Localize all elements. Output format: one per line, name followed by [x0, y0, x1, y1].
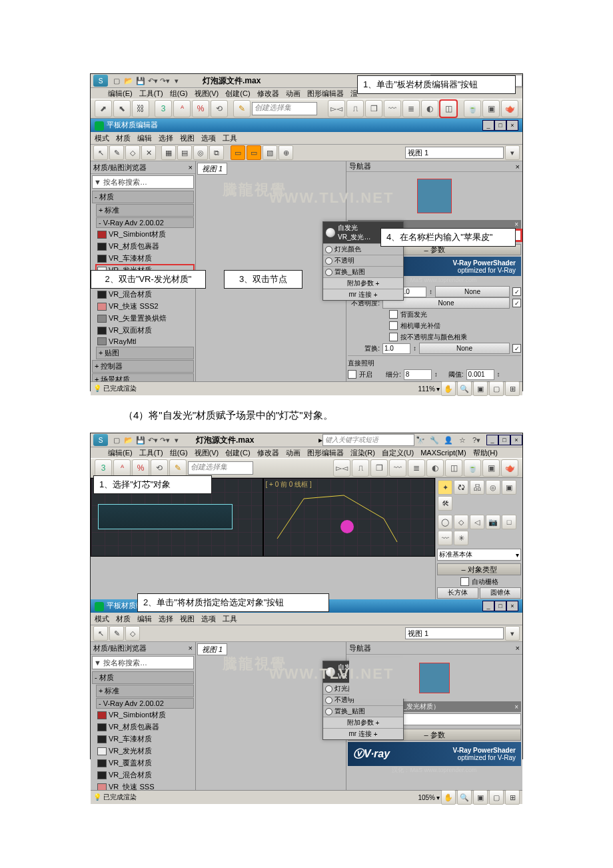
tree-item[interactable]: VR_材质包裹器 [96, 241, 194, 252]
layout-icon[interactable]: ⊞ [505, 790, 520, 805]
app-button[interactable]: S [93, 75, 108, 87]
sme-menu-material[interactable]: 材质 [116, 133, 131, 143]
checkbox[interactable] [389, 321, 398, 330]
curve-editor-icon[interactable]: 〰 [389, 459, 406, 477]
keyword-search[interactable]: 键入关键字或短语 [322, 434, 414, 446]
view-tab[interactable]: 视图 1 [197, 163, 227, 175]
menu-modifier[interactable]: 修改器 [257, 89, 279, 99]
menu-group[interactable]: 组(G) [170, 448, 188, 458]
node-slot[interactable]: 置换_贴图 [323, 705, 403, 717]
sme-menu-edit[interactable]: 编辑 [137, 133, 152, 143]
tree-item[interactable]: VR_材质包裹器 [96, 721, 194, 733]
menu-view[interactable]: 视图(V) [195, 89, 219, 99]
spinner[interactable]: 0.001 [466, 369, 494, 380]
checkbox[interactable] [389, 310, 398, 319]
navigator-preview[interactable]: WWW.TLVI.NET [349, 657, 520, 699]
snap3-icon[interactable]: 3 [95, 459, 112, 477]
tool-icon[interactable]: ▤ [177, 145, 192, 160]
menu-tools[interactable]: 工具(T) [139, 448, 163, 458]
browser-search[interactable]: ▼ 按名称搜索… [92, 656, 194, 669]
app-button[interactable]: S [93, 434, 108, 446]
tool-icon[interactable]: 🔧 [429, 435, 440, 445]
save-icon[interactable]: 💾 [135, 435, 146, 445]
tree-item[interactable]: VR_发光材质 [96, 745, 194, 757]
minimize-icon[interactable]: _ [486, 435, 498, 445]
tree-item[interactable]: VR_车漆材质 [96, 253, 194, 264]
redo-icon[interactable]: ↷▾ [159, 75, 170, 86]
spinnersnap-icon[interactable]: ⟲ [211, 100, 228, 117]
view-selector[interactable]: 视图 1 [405, 147, 504, 159]
motion-tab-icon[interactable]: ◎ [486, 480, 500, 495]
cameras-icon[interactable]: 📷 [486, 515, 500, 529]
tree-hdr-vray[interactable]: - V-Ray Adv 2.00.02 [96, 217, 194, 228]
menu-anim[interactable]: 动画 [286, 89, 301, 99]
view-tab[interactable]: 视图 1 [197, 643, 227, 655]
lights-icon[interactable]: ◁ [470, 515, 484, 529]
sme-menu-select[interactable]: 选择 [159, 614, 173, 624]
slate-material-editor-button[interactable]: ◫ [445, 459, 462, 477]
menu-view[interactable]: 视图(V) [195, 448, 219, 458]
new-icon[interactable]: ▢ [111, 435, 122, 445]
tree-item[interactable]: VR_混合材质 [96, 289, 194, 300]
assign-icon[interactable]: ◇ [125, 145, 140, 160]
align-icon[interactable]: ⎍ [346, 100, 364, 117]
minimize-icon[interactable]: _ [482, 120, 494, 131]
redo-icon[interactable]: ↷▾ [159, 435, 170, 445]
close-icon[interactable]: × [189, 163, 193, 171]
viewport-front[interactable]: [ + 0 前 0 线框 ] [263, 478, 436, 557]
tree-item[interactable]: VR_混合材质 [96, 769, 194, 781]
menu-graph[interactable]: 图形编辑器 [307, 448, 344, 458]
open-icon[interactable]: 📂 [123, 75, 134, 86]
close-icon[interactable]: × [516, 644, 520, 652]
node-canvas[interactable]: 视图 1 騰龍視覺 自发光VR 发光… – 灯光颜色 不透明 置换_贴图 附加参… [196, 642, 346, 790]
anglesnap-icon[interactable]: ᴬ [173, 100, 191, 117]
sme-menu-options[interactable]: 选项 [201, 614, 216, 624]
tree-item[interactable]: VR_快速 SSS2 [96, 301, 194, 312]
preview-thumb[interactable] [419, 663, 450, 693]
checkbox[interactable]: ✓ [512, 287, 521, 296]
unlink-icon[interactable]: ⬉ [113, 100, 131, 117]
node-group[interactable]: mr 连接 + [323, 728, 403, 739]
sme-menu-view[interactable]: 视图 [180, 614, 195, 624]
sme-menu-tools[interactable]: 工具 [223, 133, 237, 143]
eyedrop-icon[interactable]: ✎ [109, 626, 124, 641]
bind-icon[interactable]: ⛓ [132, 100, 149, 117]
browser-search[interactable]: ▼ 按名称搜索… [92, 175, 194, 189]
menu-create[interactable]: 创建(C) [225, 448, 250, 458]
new-icon[interactable]: ▢ [111, 75, 122, 86]
user-icon[interactable]: 👤 [443, 435, 454, 445]
menu-anim[interactable]: 动画 [286, 448, 301, 458]
layout-icon[interactable]: ▭ [247, 145, 261, 160]
tool-icon[interactable]: ◎ [193, 145, 208, 160]
checkbox[interactable]: ✓ [512, 299, 521, 307]
menu-create[interactable]: 创建(C) [225, 89, 250, 99]
frame-icon[interactable]: ▢ [489, 381, 504, 396]
undo-icon[interactable]: ↶▾ [147, 75, 158, 86]
star-icon[interactable]: ☆ [457, 435, 468, 445]
sme-menu-mode[interactable]: 模式 [95, 614, 109, 624]
render-icon[interactable]: 🫖 [501, 459, 518, 477]
save-icon[interactable]: 💾 [135, 75, 146, 86]
view-selector[interactable]: 视图 1 [405, 627, 504, 639]
mirror-icon[interactable]: ▻◅ [333, 459, 350, 477]
link-icon[interactable]: ⬈ [95, 100, 112, 117]
menu-modifier[interactable]: 修改器 [257, 448, 279, 458]
material-editor-icon[interactable]: ◐ [426, 459, 444, 477]
tool-icon[interactable]: ▧ [263, 145, 277, 160]
tool-icon[interactable]: ⊕ [279, 145, 293, 160]
menu-render[interactable]: 渲染(R) [350, 448, 375, 458]
tree-hdr-standard[interactable]: + 标准 [96, 204, 194, 217]
dropdown-icon[interactable]: ▾ [505, 626, 520, 641]
layers-icon[interactable]: ❒ [370, 459, 388, 477]
helpers-icon[interactable]: □ [502, 515, 516, 529]
assign-to-selection-button[interactable]: ◇ [125, 626, 140, 641]
spinner[interactable]: 1.0 [382, 343, 410, 354]
geometry-icon[interactable]: ◯ [438, 515, 452, 529]
named-sel-icon[interactable]: ✎ [169, 459, 187, 477]
maximize-icon[interactable]: □ [494, 601, 506, 611]
navigator-preview[interactable]: WWW.TLVI.NET [349, 175, 520, 217]
node-slot[interactable]: 不透明 [323, 255, 403, 266]
spinnersnap-icon[interactable]: ⟲ [151, 459, 168, 477]
selected-object[interactable] [98, 504, 233, 529]
zoom-icon[interactable]: 🔍 [457, 381, 472, 396]
